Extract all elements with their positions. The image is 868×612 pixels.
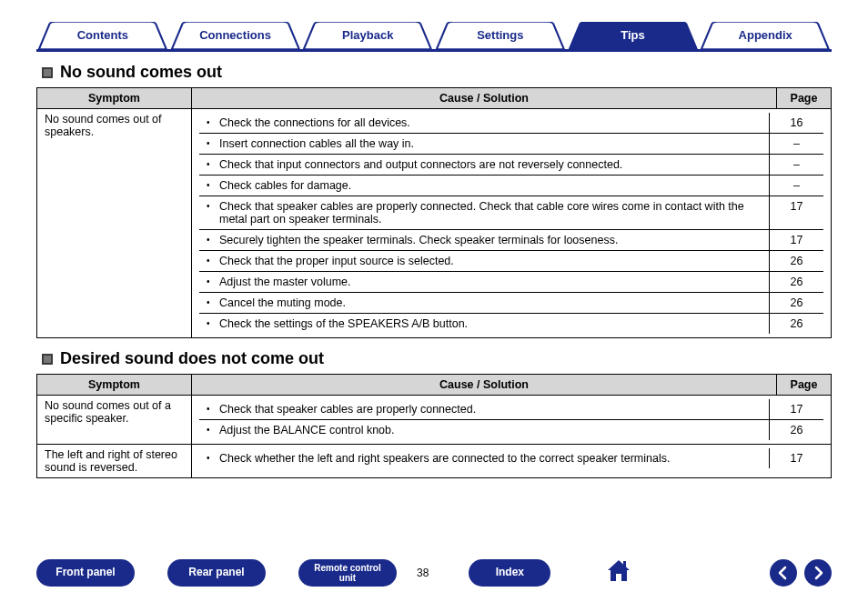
- tab-label: Contents: [77, 28, 128, 42]
- tab-label: Settings: [477, 28, 523, 42]
- bullet-icon: [207, 255, 219, 267]
- bullet-icon: [207, 317, 219, 330]
- cause-text: Check that speaker cables are properly c…: [219, 200, 762, 226]
- tab-tips[interactable]: Tips: [567, 22, 700, 49]
- bullet-icon: [207, 276, 219, 288]
- tab-settings[interactable]: Settings: [434, 22, 567, 49]
- tab-appendix[interactable]: Appendix: [699, 22, 832, 49]
- tab-playback[interactable]: Playback: [301, 22, 434, 49]
- page-link[interactable]: 17: [791, 200, 803, 213]
- col-cause: Cause / Solution: [192, 375, 777, 396]
- svg-rect-0: [623, 561, 626, 567]
- square-bullet-icon: [42, 354, 53, 365]
- col-page: Page: [777, 375, 832, 396]
- prev-page-button[interactable]: [770, 559, 797, 587]
- section-title: No sound comes out: [60, 63, 222, 82]
- symptom-cell: The left and right of stereo sound is re…: [37, 445, 192, 478]
- cause-row: Check whether the left and right speaker…: [199, 448, 823, 468]
- page-none: –: [793, 158, 800, 171]
- bullet-icon: [207, 158, 219, 171]
- cause-row: Adjust the BALANCE control knob. 26: [199, 419, 823, 440]
- cause-text: Cancel the muting mode.: [219, 296, 346, 309]
- page-link[interactable]: 26: [791, 424, 803, 436]
- col-page: Page: [777, 88, 832, 109]
- page-link[interactable]: 26: [791, 296, 803, 309]
- cause-stack: Check whether the left and right speaker…: [192, 445, 832, 478]
- tab-label: Playback: [342, 28, 393, 42]
- front-panel-button[interactable]: Front panel: [36, 559, 135, 587]
- bullet-icon: [207, 452, 219, 465]
- page-link[interactable]: 16: [791, 116, 803, 129]
- cause-text: Check that input connectors and output c…: [219, 158, 622, 171]
- symptom-cell: No sound comes out of a specific speaker…: [37, 396, 192, 445]
- cause-row: Cancel the muting mode. 26: [199, 292, 823, 313]
- table-header-row: Symptom Cause / Solution Page: [37, 375, 832, 396]
- cause-row: Check that the proper input source is se…: [199, 250, 823, 271]
- section-heading-no-sound: No sound comes out: [36, 63, 832, 82]
- cause-text: Check that the proper input source is se…: [219, 255, 454, 267]
- cause-stack: Check the connections for all devices. 1…: [192, 109, 832, 338]
- button-label: Front panel: [56, 567, 115, 578]
- cause-text: Check the settings of the SPEAKERS A/B b…: [219, 317, 468, 330]
- page-link[interactable]: 26: [791, 255, 803, 267]
- table-desired-sound: Symptom Cause / Solution Page No sound c…: [36, 374, 832, 478]
- bullet-icon: [207, 179, 219, 192]
- symptom-cell: No sound comes out of speakers.: [37, 109, 192, 338]
- bottom-nav: Front panel Rear panel Remote control un…: [36, 558, 832, 587]
- cause-row: Securely tighten the speaker terminals. …: [199, 229, 823, 250]
- tab-label: Connections: [199, 28, 271, 42]
- home-icon[interactable]: [605, 558, 632, 587]
- button-label: Remote control unit: [308, 563, 388, 583]
- rear-panel-button[interactable]: Rear panel: [167, 559, 266, 587]
- section-title: Desired sound does not come out: [60, 349, 324, 368]
- bullet-icon: [207, 424, 219, 436]
- page-link[interactable]: 17: [791, 234, 803, 246]
- tab-connections[interactable]: Connections: [169, 22, 302, 49]
- cause-row: Insert connection cables all the way in.…: [199, 133, 823, 154]
- remote-control-button[interactable]: Remote control unit: [298, 559, 397, 587]
- cause-text: Check that speaker cables are properly c…: [219, 403, 476, 416]
- page-number: 38: [417, 567, 429, 579]
- table-row: No sound comes out of speakers. Check th…: [37, 109, 832, 338]
- page-link[interactable]: 26: [791, 317, 803, 330]
- cause-text: Adjust the master volume.: [219, 276, 351, 288]
- bullet-icon: [207, 403, 219, 416]
- page-link[interactable]: 17: [791, 403, 803, 416]
- col-symptom: Symptom: [37, 88, 192, 109]
- col-cause: Cause / Solution: [192, 88, 777, 109]
- table-row: No sound comes out of a specific speaker…: [37, 396, 832, 445]
- bullet-icon: [207, 116, 219, 129]
- cause-text: Check cables for damage.: [219, 179, 351, 192]
- top-tabs: Contents Connections Playback Settings T…: [36, 22, 832, 52]
- page-link[interactable]: 26: [791, 276, 803, 288]
- table-no-sound: Symptom Cause / Solution Page No sound c…: [36, 87, 832, 338]
- col-symptom: Symptom: [37, 375, 192, 396]
- bullet-icon: [207, 234, 219, 246]
- page-link[interactable]: 17: [791, 452, 803, 465]
- button-label: Rear panel: [188, 567, 244, 578]
- cause-row: Check the settings of the SPEAKERS A/B b…: [199, 313, 823, 334]
- cause-text: Check whether the left and right speaker…: [219, 452, 670, 465]
- cause-row: Adjust the master volume. 26: [199, 271, 823, 292]
- next-page-button[interactable]: [804, 559, 832, 587]
- bullet-icon: [207, 137, 219, 150]
- cause-row: Check that speaker cables are properly c…: [199, 399, 823, 419]
- page-none: –: [793, 137, 800, 150]
- index-button[interactable]: Index: [469, 559, 550, 587]
- cause-row: Check cables for damage. –: [199, 175, 823, 196]
- cause-row: Check that input connectors and output c…: [199, 154, 823, 175]
- square-bullet-icon: [42, 67, 53, 78]
- page-none: –: [793, 179, 800, 192]
- section-heading-desired-sound: Desired sound does not come out: [36, 349, 832, 368]
- cause-row: Check that speaker cables are properly c…: [199, 196, 823, 229]
- bullet-icon: [207, 296, 219, 309]
- bullet-icon: [207, 200, 219, 226]
- cause-text: Adjust the BALANCE control knob.: [219, 424, 394, 436]
- tab-contents[interactable]: Contents: [36, 22, 169, 49]
- table-header-row: Symptom Cause / Solution Page: [37, 88, 832, 109]
- tab-label: Tips: [621, 28, 645, 42]
- cause-text: Securely tighten the speaker terminals. …: [219, 234, 618, 246]
- cause-stack: Check that speaker cables are properly c…: [192, 396, 832, 445]
- cause-text: Insert connection cables all the way in.: [219, 137, 414, 150]
- cause-text: Check the connections for all devices.: [219, 116, 410, 129]
